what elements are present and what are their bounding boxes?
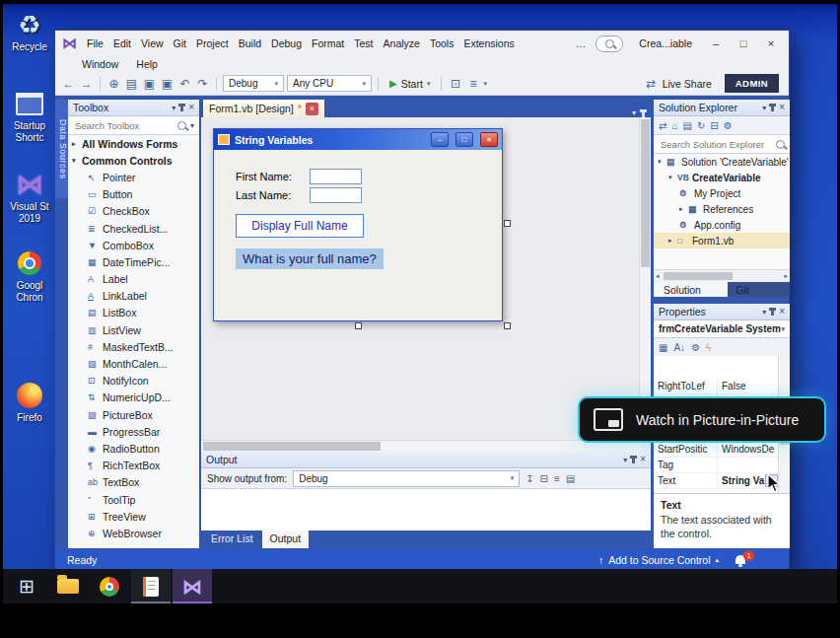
save-all-icon[interactable]: ▣ xyxy=(160,77,175,91)
open-file-icon[interactable]: ▤ xyxy=(124,77,139,91)
tree-item-my-project[interactable]: ⚙ My Project xyxy=(654,185,790,201)
menu-item[interactable]: Build xyxy=(234,37,266,49)
file-explorer-button[interactable] xyxy=(48,569,88,603)
tree-item-solution[interactable]: ▾ ▤ Solution 'CreateVariable' xyxy=(654,154,790,170)
toolbox-item[interactable]: ▧ MonthCalen... xyxy=(68,355,199,372)
toolbox-item[interactable]: ⊡ NotifyIcon xyxy=(68,373,199,390)
categorized-icon[interactable]: ▦ xyxy=(659,342,667,353)
menu-item[interactable]: Format xyxy=(307,37,349,49)
refresh-icon[interactable]: ↻ xyxy=(697,120,705,131)
redo-icon[interactable]: ↷ xyxy=(195,77,210,91)
designed-form[interactable]: String Variables – □ × First Name: Last … xyxy=(213,128,503,321)
pin-icon[interactable] xyxy=(771,104,774,111)
first-name-label[interactable]: First Name: xyxy=(236,171,292,182)
scroll-left-icon[interactable]: ◂ xyxy=(656,272,660,280)
toolbox-item[interactable]: ▥ ListView xyxy=(68,321,199,338)
live-share-button[interactable]: ⇄ Live Share xyxy=(644,77,712,91)
collapse-all-icon[interactable]: ⊟ xyxy=(710,120,718,131)
tree-item-app-config[interactable]: ⚙ App.config xyxy=(654,217,790,233)
notepad-button[interactable] xyxy=(131,569,171,603)
desktop-icon-firefox[interactable]: Firefo xyxy=(5,381,54,424)
desktop-icon-startup-shortcut[interactable]: Startup Shortc xyxy=(5,89,54,144)
menu-item[interactable]: Analyze xyxy=(379,37,425,49)
toolbox-item[interactable]: ▸ All Windows Forms xyxy=(68,135,199,152)
menu-item[interactable]: Test xyxy=(349,37,378,49)
property-value[interactable]: False xyxy=(718,381,779,391)
menu-item[interactable]: Git xyxy=(169,37,191,49)
toolbox-item[interactable]: ▭ Button xyxy=(68,186,199,203)
menu-item[interactable]: File xyxy=(82,37,108,49)
menu-item-window[interactable]: Window xyxy=(77,58,123,70)
property-row[interactable]: RightToLef False xyxy=(654,379,779,394)
toolbox-item[interactable]: ▾ Common Controls xyxy=(68,152,199,169)
close-button[interactable]: × xyxy=(757,33,785,54)
switch-views-icon[interactable]: ⇄ xyxy=(659,120,666,131)
preview-monitor-icon[interactable]: ⊡ xyxy=(448,77,462,91)
output-content[interactable] xyxy=(201,489,651,531)
menu-item[interactable]: Debug xyxy=(266,37,307,49)
new-project-icon[interactable]: ⊕ xyxy=(106,77,121,91)
visual-studio-button[interactable]: ⋈ xyxy=(173,569,212,603)
desktop-icon-visual-studio-2019[interactable]: ⋈ Visual St 2019 xyxy=(5,170,54,225)
toolbox-item[interactable]: ↖ Pointer xyxy=(68,169,199,185)
designer-horizontal-scrollbar[interactable] xyxy=(201,440,640,452)
property-row[interactable]: Text String Va ▾ xyxy=(654,473,779,489)
start-debug-button[interactable]: ▶ Start ▾ xyxy=(385,78,435,90)
properties-icon[interactable]: ⚙ xyxy=(724,120,733,131)
clear-all-icon[interactable]: ⊟ xyxy=(540,473,548,484)
menu-item[interactable]: Extensions xyxy=(458,37,519,49)
pin-icon[interactable] xyxy=(771,308,774,316)
pin-icon[interactable] xyxy=(632,456,635,463)
first-name-input[interactable] xyxy=(310,169,362,184)
notifications-button[interactable]: 1 xyxy=(735,553,749,567)
desktop-icon-recycle-bin[interactable]: ♻ Recycle xyxy=(5,10,54,53)
solution-platform-dropdown[interactable]: Any CPU▾ xyxy=(287,75,372,92)
close-icon[interactable]: × xyxy=(779,307,785,317)
desktop-icon-google-chrome[interactable]: Googl Chron xyxy=(5,248,54,304)
toolbox-item[interactable]: ▤ ListBox xyxy=(68,305,199,321)
property-value[interactable]: WindowsDe xyxy=(718,444,779,455)
toolbox-item[interactable]: ⊞ TreeView xyxy=(68,508,199,525)
form-minimize-button[interactable]: – xyxy=(431,132,449,147)
watch-in-pip-button[interactable]: Watch in Picture-in-Picture xyxy=(578,396,826,443)
add-to-source-control-button[interactable]: Add to Source Control xyxy=(608,554,710,566)
window-position-icon[interactable]: ▾ xyxy=(623,456,627,464)
display-full-name-button[interactable]: Display Full Name xyxy=(236,214,364,238)
toolbox-item[interactable]: ⇅ NumericUpD... xyxy=(68,390,199,406)
toolbox-item[interactable]: A LinkLabel xyxy=(68,288,199,305)
toolbox-item[interactable]: ☑ CheckBox xyxy=(68,203,199,220)
minimize-button[interactable]: – xyxy=(702,33,730,54)
toolbox-search-input[interactable] xyxy=(73,119,174,132)
scrollbar-thumb[interactable] xyxy=(664,272,733,280)
output-source-dropdown[interactable]: Debug▾ xyxy=(293,470,520,487)
tab-form1-design[interactable]: Form1.vb [Design] * × xyxy=(203,100,324,117)
menu-item-help[interactable]: Help xyxy=(131,58,163,70)
property-pages-icon[interactable]: ⚙ xyxy=(691,342,700,353)
property-row[interactable]: StartPositic WindowsDe xyxy=(654,442,779,458)
toolbox-item[interactable]: ▬ ProgressBar xyxy=(68,423,199,440)
navigate-back-icon[interactable]: ← xyxy=(61,77,76,91)
property-value[interactable]: String Va xyxy=(718,475,765,486)
panel-tab[interactable]: Solution Expl... xyxy=(656,282,727,297)
navigate-forward-icon[interactable]: → xyxy=(79,77,94,91)
autoscroll-icon[interactable]: ↧ xyxy=(525,473,533,484)
show-all-files-icon[interactable]: ▤ xyxy=(682,120,691,131)
document-list-icon[interactable]: ▾ xyxy=(632,108,636,117)
toolbox-item[interactable]: ab TextBox xyxy=(68,474,199,491)
designer-vertical-scrollbar[interactable] xyxy=(639,117,651,441)
toolbox-item[interactable]: ▼ ComboBox xyxy=(68,237,199,253)
events-icon[interactable]: ϟ xyxy=(706,342,711,353)
object-selector-dropdown[interactable]: frmCreateVariable System ▾ xyxy=(654,320,790,338)
home-icon[interactable]: ⌂ xyxy=(671,120,677,131)
menu-item[interactable]: Edit xyxy=(108,37,136,49)
chrome-button[interactable] xyxy=(90,569,129,603)
panel-tab[interactable]: Error List xyxy=(203,531,261,548)
menu-item[interactable]: Project xyxy=(191,37,234,49)
close-icon[interactable]: × xyxy=(188,103,194,112)
solution-configuration-dropdown[interactable]: Debug▾ xyxy=(223,75,284,92)
start-button[interactable]: ⊞ xyxy=(7,569,46,603)
toolbox-item[interactable]: ▨ PictureBox xyxy=(68,406,199,423)
menu-item[interactable]: View xyxy=(136,37,169,49)
toolbox-item[interactable]: ◉ RadioButton xyxy=(68,440,199,457)
solution-horizontal-scrollbar[interactable]: ◂ ▸ xyxy=(654,269,790,282)
